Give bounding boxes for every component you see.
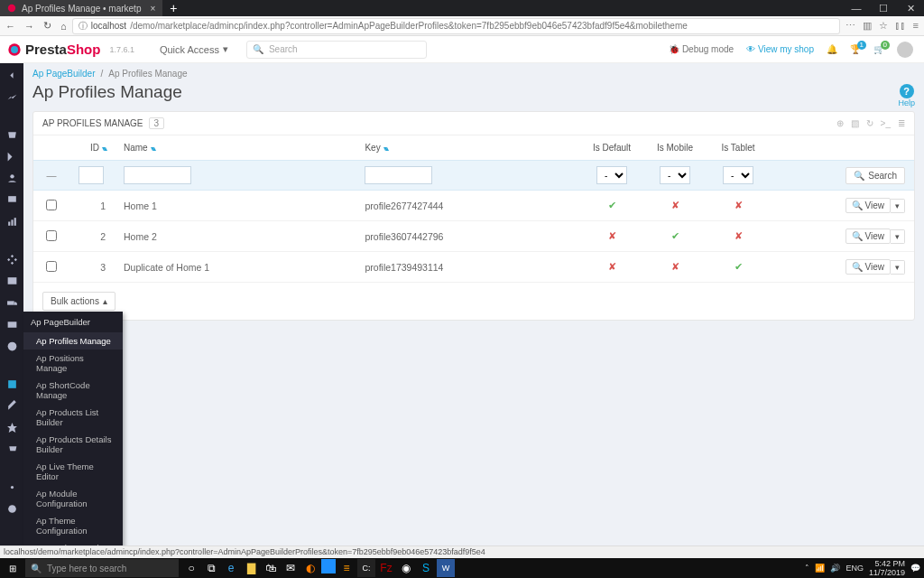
- modules-icon[interactable]: [5, 253, 18, 266]
- row-default[interactable]: ✘: [580, 252, 643, 283]
- bulk-actions[interactable]: Bulk actions ▴: [42, 292, 116, 311]
- gear-icon[interactable]: [5, 480, 18, 493]
- row-tablet[interactable]: ✘: [707, 221, 770, 252]
- payment-icon[interactable]: [5, 318, 18, 331]
- cart-icon[interactable]: 🛒0: [873, 44, 884, 54]
- star-icon-side[interactable]: [5, 421, 18, 434]
- col-key[interactable]: Key: [365, 143, 380, 153]
- advanced-icon[interactable]: [5, 502, 18, 515]
- row-checkbox[interactable]: [46, 200, 57, 210]
- row-default[interactable]: ✔: [580, 191, 643, 221]
- flyout-item-module-config[interactable]: Ap Module Configuration: [23, 485, 123, 512]
- row-tablet[interactable]: ✘: [707, 191, 770, 221]
- logo[interactable]: PrestaShop: [7, 42, 100, 57]
- trophy-icon[interactable]: 🏆1: [850, 44, 861, 54]
- orders-icon[interactable]: [5, 128, 18, 141]
- cart-side-icon[interactable]: [5, 443, 18, 455]
- row-mobile[interactable]: ✘: [643, 252, 707, 283]
- page-title: Ap Profiles Manage: [32, 80, 182, 111]
- browser-tab[interactable]: Ap Profiles Manage • marketp ×: [0, 0, 162, 16]
- svg-rect-6: [11, 219, 13, 226]
- customers-icon[interactable]: [5, 172, 18, 184]
- nav-reload-icon[interactable]: ↻: [43, 20, 51, 32]
- brush-icon[interactable]: [5, 399, 18, 412]
- window-maximize[interactable]: ☐: [870, 3, 897, 14]
- flyout-item-positions[interactable]: Ap Positions Manage: [23, 350, 123, 377]
- row-tablet[interactable]: ✔: [707, 252, 770, 283]
- table-row[interactable]: 1Home 1profile2677427444✔✘✘🔍 View▾: [33, 191, 914, 221]
- library-icon[interactable]: ⫿⫿: [895, 20, 906, 32]
- window-minimize[interactable]: —: [843, 3, 870, 14]
- collapse-icon[interactable]: [5, 69, 18, 81]
- filter-id[interactable]: [79, 166, 104, 184]
- flyout-item-hook[interactable]: Ap Hook Control Panel: [23, 539, 123, 545]
- flyout-title[interactable]: Ap PageBuilder: [23, 312, 123, 332]
- avatar[interactable]: [897, 42, 913, 58]
- bell-icon[interactable]: 🔔: [827, 44, 837, 54]
- shield-icon[interactable]: ▥: [863, 20, 872, 32]
- flyout-item-shortcode[interactable]: Ap ShortCode Manage: [23, 377, 123, 404]
- flyout-item-products-details[interactable]: Ap Products Details Builder: [23, 431, 123, 458]
- row-id: 3: [69, 252, 115, 283]
- shipping-icon[interactable]: [5, 296, 18, 309]
- search-button[interactable]: 🔍 Search: [845, 167, 905, 184]
- filter-mobile[interactable]: -: [660, 166, 690, 184]
- design-icon[interactable]: [5, 275, 18, 287]
- debug-mode[interactable]: 🐞 Debug mode: [669, 44, 734, 54]
- col-id[interactable]: ID: [90, 143, 99, 153]
- customer-service-icon[interactable]: [5, 193, 18, 206]
- svg-rect-5: [8, 221, 10, 225]
- view-shop-label: View my shop: [758, 44, 814, 54]
- nav-home-icon[interactable]: ⌂: [60, 21, 67, 32]
- quick-access[interactable]: Quick Access▾: [160, 43, 228, 55]
- view-dropdown[interactable]: ▾: [891, 229, 905, 244]
- row-checkbox[interactable]: [46, 230, 57, 241]
- view-button[interactable]: 🔍 View: [845, 228, 891, 244]
- international-icon[interactable]: [5, 340, 18, 352]
- reader-icon[interactable]: ⋯: [845, 20, 855, 32]
- view-shop[interactable]: 👁 View my shop: [746, 44, 814, 54]
- view-dropdown[interactable]: ▾: [891, 260, 905, 275]
- flyout-item-live-theme[interactable]: Ap Live Theme Editor: [23, 458, 123, 485]
- filter-name[interactable]: [124, 166, 191, 184]
- menu-icon[interactable]: ≡: [913, 20, 919, 32]
- window-close[interactable]: ✕: [897, 3, 924, 14]
- col-default: Is Default: [593, 143, 631, 153]
- ap-pagebuilder-icon[interactable]: [5, 378, 18, 390]
- view-button[interactable]: 🔍 View: [845, 198, 891, 213]
- row-mobile[interactable]: ✔: [643, 221, 707, 252]
- close-tab-icon[interactable]: ×: [150, 4, 155, 14]
- crumb-parent[interactable]: Ap PageBuilder: [32, 69, 96, 79]
- add-icon[interactable]: ⊕: [836, 118, 844, 128]
- view-dropdown[interactable]: ▾: [891, 199, 905, 213]
- url-input[interactable]: ⓘ localhost /demo/marketplace/admincp/in…: [72, 18, 840, 34]
- sql-icon[interactable]: >_: [881, 118, 891, 128]
- stats-icon[interactable]: [5, 215, 18, 228]
- chevron-down-icon: ▾: [223, 43, 228, 55]
- row-checkbox[interactable]: [46, 261, 57, 272]
- row-default[interactable]: ✘: [580, 221, 643, 252]
- flyout-item-products-list[interactable]: Ap Products List Builder: [23, 404, 123, 431]
- help-button[interactable]: ? Help: [898, 84, 915, 107]
- filter-tablet[interactable]: -: [723, 166, 753, 184]
- table-row[interactable]: 3Duplicate of Home 1profile1739493114✘✘✔…: [33, 252, 914, 283]
- flyout-item-profiles[interactable]: Ap Profiles Manage: [23, 332, 123, 350]
- nav-back-icon[interactable]: ←: [5, 21, 15, 32]
- row-mobile[interactable]: ✘: [643, 191, 707, 221]
- header-search[interactable]: 🔍 Search: [246, 41, 427, 59]
- nav-forward-icon[interactable]: →: [24, 21, 34, 32]
- new-tab-button[interactable]: +: [170, 1, 177, 15]
- list-icon[interactable]: ≣: [898, 118, 905, 128]
- flyout-item-theme-config[interactable]: Ap Theme Configuration: [23, 512, 123, 539]
- catalog-icon[interactable]: [5, 150, 18, 163]
- export-icon[interactable]: ▧: [851, 118, 859, 128]
- filter-default[interactable]: -: [596, 166, 627, 184]
- col-name[interactable]: Name: [124, 143, 148, 153]
- table-row[interactable]: 2Home 2profile3607442796✘✔✘🔍 View▾: [33, 221, 914, 252]
- filter-key[interactable]: [365, 166, 432, 184]
- svg-point-0: [8, 5, 15, 12]
- dashboard-icon[interactable]: [5, 90, 18, 103]
- view-button[interactable]: 🔍 View: [845, 259, 891, 275]
- star-icon[interactable]: ☆: [879, 20, 888, 32]
- refresh-icon[interactable]: ↻: [866, 118, 873, 128]
